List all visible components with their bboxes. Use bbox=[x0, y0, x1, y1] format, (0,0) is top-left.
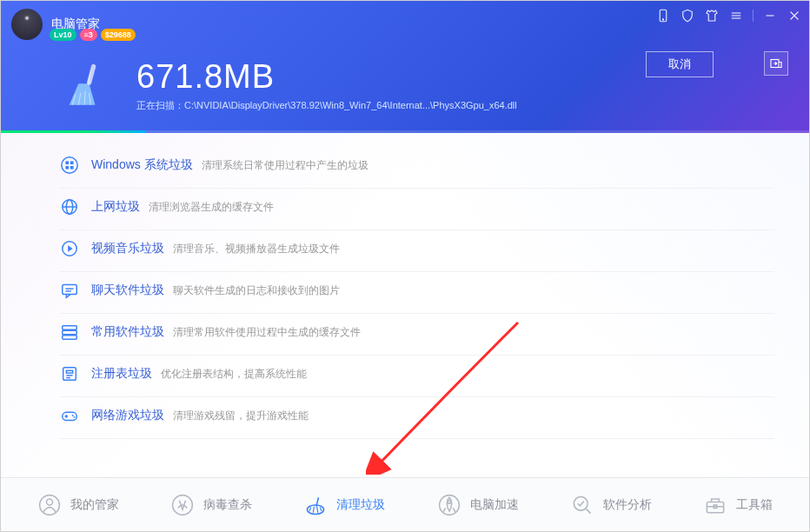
registry-icon bbox=[60, 364, 79, 383]
scan-size-value: 671.8MB bbox=[136, 58, 517, 96]
svg-point-1 bbox=[662, 19, 663, 20]
virus-icon bbox=[170, 493, 195, 517]
header: 电脑管家 Lv10 ≡3 $29688 671.8MB bbox=[1, 1, 809, 133]
nav-label: 工具箱 bbox=[736, 497, 773, 513]
cancel-button[interactable]: 取消 bbox=[646, 51, 714, 77]
scan-prefix: 正在扫描： bbox=[136, 100, 184, 110]
svg-rect-24 bbox=[63, 336, 77, 340]
category-row[interactable]: 聊天软件垃圾 聊天软件生成的日志和接收到的图片 bbox=[1, 270, 809, 310]
chat-icon bbox=[60, 281, 79, 300]
nav-label: 软件分析 bbox=[603, 497, 652, 513]
svg-rect-14 bbox=[70, 166, 74, 170]
svg-line-41 bbox=[586, 509, 590, 513]
category-row[interactable]: 网络游戏垃圾 清理游戏残留，提升游戏性能 bbox=[1, 396, 809, 436]
category-title: 上网垃圾 bbox=[91, 199, 140, 215]
windows-icon bbox=[60, 156, 79, 175]
shield-icon[interactable] bbox=[680, 8, 695, 23]
nav-toolbox[interactable]: 工具箱 bbox=[694, 488, 781, 522]
svg-rect-13 bbox=[65, 166, 69, 170]
user-icon bbox=[37, 493, 62, 517]
svg-rect-29 bbox=[63, 412, 77, 420]
nav-label: 清理垃圾 bbox=[336, 497, 385, 513]
minimize-button[interactable] bbox=[762, 8, 778, 23]
category-row[interactable]: Windows 系统垃圾 清理系统日常使用过程中产生的垃圾 bbox=[1, 145, 809, 185]
category-title: 注册表垃圾 bbox=[91, 366, 152, 382]
category-desc: 清理系统日常使用过程中产生的垃圾 bbox=[202, 158, 368, 173]
scan-text: 671.8MB 正在扫描：C:\NVIDIA\DisplayDriver\378… bbox=[136, 58, 517, 112]
category-row[interactable]: 上网垃圾 清理浏览器生成的缓存文件 bbox=[1, 187, 809, 227]
nav-clean[interactable]: 清理垃圾 bbox=[295, 488, 394, 522]
category-desc: 清理浏览器生成的缓存文件 bbox=[149, 200, 274, 215]
category-row[interactable]: 注册表垃圾 优化注册表结构，提高系统性能 bbox=[1, 354, 809, 394]
window-controls bbox=[655, 8, 802, 23]
svg-rect-11 bbox=[65, 161, 69, 164]
category-list-container: Windows 系统垃圾 清理系统日常使用过程中产生的垃圾 上网垃圾 清理浏览器… bbox=[1, 133, 809, 477]
svg-point-39 bbox=[448, 500, 451, 503]
coin-badge: $29688 bbox=[101, 29, 136, 41]
clean-icon bbox=[303, 493, 328, 517]
game-icon bbox=[60, 406, 79, 425]
category-list: Windows 系统垃圾 清理系统日常使用过程中产生的垃圾 上网垃圾 清理浏览器… bbox=[1, 133, 809, 436]
svg-rect-19 bbox=[63, 285, 77, 295]
scan-path-value: C:\NVIDIA\DisplayDriver\378.92\Win8_Win7… bbox=[184, 100, 517, 110]
category-row[interactable]: 常用软件垃圾 清理常用软件使用过程中生成的缓存文件 bbox=[1, 312, 809, 352]
svg-rect-12 bbox=[70, 161, 74, 164]
svg-point-35 bbox=[46, 499, 52, 505]
phone-icon[interactable] bbox=[655, 8, 671, 23]
category-desc: 聊天软件生成的日志和接收到的图片 bbox=[173, 283, 340, 298]
category-desc: 清理游戏残留，提升游戏性能 bbox=[173, 409, 309, 423]
level-badge: Lv10 bbox=[50, 29, 76, 41]
close-button[interactable] bbox=[787, 8, 802, 23]
svg-rect-26 bbox=[66, 370, 72, 373]
category-title: 视频音乐垃圾 bbox=[91, 241, 164, 256]
user-avatar[interactable] bbox=[11, 9, 43, 40]
nav-analyze[interactable]: 软件分析 bbox=[561, 488, 661, 522]
rocket-icon bbox=[437, 493, 461, 517]
category-title: 常用软件垃圾 bbox=[91, 324, 164, 340]
nav-rocket[interactable]: 电脑加速 bbox=[428, 488, 528, 522]
category-title: 聊天软件垃圾 bbox=[91, 283, 164, 298]
analyze-icon bbox=[570, 493, 594, 517]
toolbox-icon bbox=[703, 493, 727, 517]
separator bbox=[753, 10, 754, 22]
app-window: 电脑管家 Lv10 ≡3 $29688 671.8MB bbox=[0, 0, 810, 532]
svg-point-33 bbox=[74, 416, 76, 418]
play-icon bbox=[60, 239, 79, 258]
svg-rect-42 bbox=[707, 502, 724, 512]
svg-rect-8 bbox=[86, 63, 96, 85]
expand-button[interactable] bbox=[764, 51, 788, 76]
nav-label: 病毒查杀 bbox=[203, 497, 252, 513]
category-title: 网络游戏垃圾 bbox=[91, 408, 164, 423]
category-desc: 优化注册表结构，提高系统性能 bbox=[161, 367, 307, 382]
category-title: Windows 系统垃圾 bbox=[91, 157, 193, 173]
category-desc: 清理常用软件使用过程中生成的缓存文件 bbox=[173, 325, 361, 340]
bottom-nav: 我的管家 病毒查杀 清理垃圾 电脑加速 软件分析 工具箱 bbox=[1, 477, 809, 531]
svg-rect-23 bbox=[63, 330, 77, 335]
svg-point-10 bbox=[62, 157, 77, 173]
broom-icon bbox=[62, 61, 110, 110]
title-bar: 电脑管家 Lv10 ≡3 $29688 bbox=[1, 1, 809, 43]
scan-path: 正在扫描：C:\NVIDIA\DisplayDriver\378.92\Win8… bbox=[136, 99, 517, 112]
svg-point-32 bbox=[72, 415, 74, 416]
user-badges: Lv10 ≡3 $29688 bbox=[50, 29, 136, 41]
category-desc: 清理音乐、视频播放器生成垃圾文件 bbox=[173, 242, 340, 256]
nav-virus[interactable]: 病毒查杀 bbox=[162, 488, 261, 522]
nav-label: 我的管家 bbox=[70, 497, 119, 513]
shirt-icon[interactable] bbox=[704, 8, 720, 23]
svg-rect-22 bbox=[63, 326, 77, 330]
menu-icon[interactable] bbox=[728, 8, 744, 23]
svg-point-40 bbox=[574, 496, 588, 510]
badge-2: ≡3 bbox=[80, 29, 97, 41]
nav-user[interactable]: 我的管家 bbox=[29, 488, 128, 522]
category-row[interactable]: 视频音乐垃圾 清理音乐、视频播放器生成垃圾文件 bbox=[1, 229, 809, 269]
globe-icon bbox=[60, 197, 79, 216]
nav-label: 电脑加速 bbox=[470, 497, 519, 513]
stack-icon bbox=[60, 323, 79, 342]
